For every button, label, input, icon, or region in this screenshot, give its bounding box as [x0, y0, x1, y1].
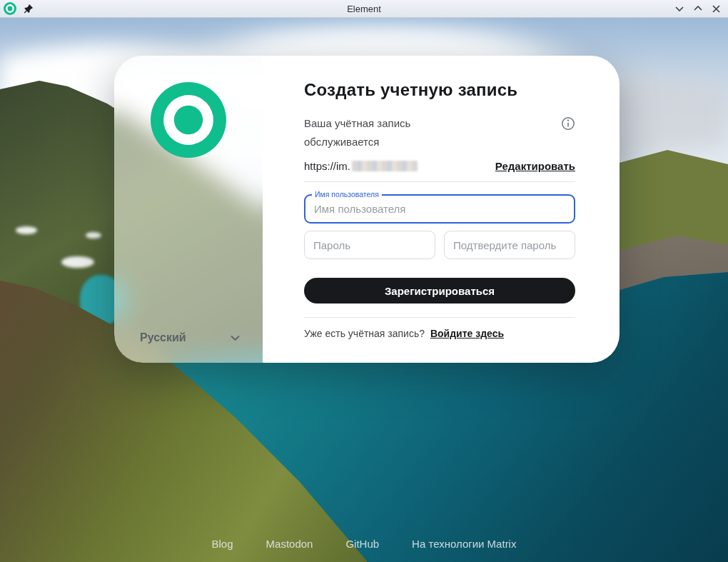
confirm-password-field	[444, 231, 575, 259]
server-url-redacted	[352, 161, 418, 171]
server-url: https://im.	[304, 160, 418, 172]
username-field: Имя пользователя	[304, 194, 575, 224]
divider	[304, 181, 575, 182]
window-titlebar: Element	[0, 0, 728, 18]
registration-form: Создать учетную запись Ваша учётная запи…	[263, 56, 620, 363]
server-caption: Ваша учётная запись обслуживается	[304, 114, 484, 151]
confirm-password-input[interactable]	[453, 239, 566, 251]
footer-links: Blog Mastodon GitHub На технологии Matri…	[0, 538, 728, 550]
close-button[interactable]	[712, 4, 721, 14]
chevron-down-icon	[231, 335, 240, 341]
window-title: Element	[0, 4, 728, 14]
username-label: Имя пользователя	[312, 190, 382, 199]
element-logo	[151, 82, 226, 158]
signin-prompt: Уже есть учётная запись?	[304, 328, 425, 339]
register-button[interactable]: Зарегистрироваться	[304, 278, 575, 303]
footer-link-blog[interactable]: Blog	[212, 538, 233, 550]
element-window: Element Blog Mastodon	[0, 0, 728, 562]
minimize-button[interactable]	[674, 4, 684, 14]
page-title: Создать учетную запись	[304, 80, 575, 100]
snow-patch	[86, 232, 101, 239]
snow-patch	[61, 256, 94, 268]
divider	[304, 317, 575, 318]
login-background: Blog Mastodon GitHub На технологии Matri…	[0, 18, 728, 562]
password-field	[304, 231, 435, 259]
auth-card: Русский Создать учетную запись Ваша учёт…	[114, 56, 620, 363]
maximize-button[interactable]	[693, 4, 702, 14]
server-url-prefix: https://im.	[304, 160, 350, 172]
footer-link-github[interactable]: GitHub	[345, 538, 379, 550]
snow-patch	[16, 226, 37, 234]
language-selector[interactable]: Русский	[140, 331, 240, 344]
footer-link-matrix[interactable]: На технологии Matrix	[412, 538, 516, 550]
brand-panel: Русский	[114, 56, 263, 363]
signin-link[interactable]: Войдите здесь	[430, 328, 504, 339]
footer-link-mastodon[interactable]: Mastodon	[266, 538, 313, 550]
edit-server-link[interactable]: Редактировать	[495, 160, 575, 172]
password-input[interactable]	[313, 239, 426, 251]
info-icon[interactable]	[561, 116, 575, 131]
username-input[interactable]	[314, 203, 565, 215]
language-label: Русский	[140, 331, 186, 344]
